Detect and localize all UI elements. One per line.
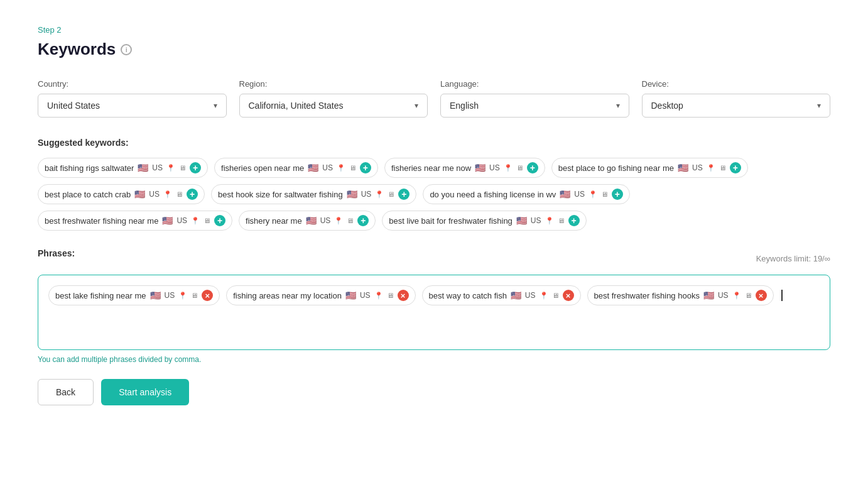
- phrase-text: best freshwater fishing hooks: [594, 291, 700, 300]
- us-label: US: [176, 216, 187, 225]
- add-keyword-icon[interactable]: +: [612, 189, 623, 200]
- location-icon: 📍: [178, 292, 187, 300]
- add-keyword-icon[interactable]: +: [360, 162, 371, 173]
- hint-text: You can add multiple phrases divided by …: [38, 355, 830, 364]
- device-label: Device:: [642, 79, 831, 89]
- suggested-keyword-chip[interactable]: bait fishing rigs saltwater 🇺🇸 US 📍 🖥 +: [38, 158, 208, 178]
- flag-icon: 🇺🇸: [678, 163, 688, 173]
- device-chevron-icon: ▾: [817, 101, 821, 110]
- country-select[interactable]: United States ▾: [38, 94, 227, 118]
- monitor-icon: 🖥: [516, 164, 523, 172]
- language-select[interactable]: English ▾: [440, 94, 629, 118]
- keyword-text: bait fishing rigs saltwater: [45, 163, 134, 173]
- us-label: US: [322, 163, 333, 172]
- keyword-text: best freshwater fishing near me: [45, 216, 158, 226]
- add-keyword-icon[interactable]: +: [398, 189, 410, 200]
- suggested-keywords-title: Suggested keywords:: [38, 138, 830, 148]
- language-filter: Language: English ▾: [440, 79, 629, 118]
- us-label: US: [489, 163, 500, 172]
- device-select[interactable]: Desktop ▾: [642, 94, 831, 118]
- back-button[interactable]: Back: [38, 379, 94, 405]
- suggested-keyword-chip[interactable]: best freshwater fishing near me 🇺🇸 US 📍 …: [38, 211, 232, 231]
- suggested-keyword-chip[interactable]: best place to go fishing near me 🇺🇸 US 📍…: [551, 158, 748, 178]
- suggested-keyword-chip[interactable]: best live bait for freshwater fishing 🇺🇸…: [382, 211, 586, 231]
- phrase-text: best lake fishing near me: [55, 291, 146, 300]
- suggested-keywords-list: bait fishing rigs saltwater 🇺🇸 US 📍 🖥 + …: [38, 158, 830, 231]
- location-icon: 📍: [589, 190, 597, 199]
- buttons-row: Back Start analysis: [38, 379, 830, 405]
- monitor-icon: 🖥: [203, 217, 210, 224]
- monitor-icon: 🖥: [745, 292, 752, 299]
- location-icon: 📍: [545, 217, 554, 225]
- location-icon: 📍: [540, 292, 548, 300]
- location-icon: 📍: [504, 164, 513, 172]
- start-analysis-button[interactable]: Start analysis: [101, 379, 189, 405]
- phrase-chip: best way to catch fish 🇺🇸 US 📍 🖥 ×: [422, 285, 581, 305]
- monitor-icon: 🖥: [601, 190, 608, 198]
- flag-icon: 🇺🇸: [306, 216, 317, 226]
- phrases-box[interactable]: best lake fishing near me 🇺🇸 US 📍 🖥 × fi…: [38, 275, 830, 350]
- us-label: US: [692, 163, 703, 172]
- keyword-text: best live bait for freshwater fishing: [389, 216, 513, 226]
- suggested-keyword-chip[interactable]: fishery near me 🇺🇸 US 📍 🖥 +: [239, 211, 376, 231]
- monitor-icon: 🖥: [191, 292, 198, 299]
- add-keyword-icon[interactable]: +: [190, 162, 201, 173]
- suggested-keyword-chip[interactable]: best place to catch crab 🇺🇸 US 📍 🖥 +: [38, 184, 205, 204]
- us-label: US: [531, 216, 541, 225]
- phrases-header: Phrases: Keywords limit: 19/∞: [38, 248, 830, 268]
- location-icon: 📍: [191, 217, 200, 225]
- remove-phrase-icon[interactable]: ×: [202, 290, 213, 301]
- add-keyword-icon[interactable]: +: [357, 215, 369, 226]
- add-keyword-icon[interactable]: +: [214, 215, 225, 226]
- keyword-text: fishery near me: [246, 216, 302, 226]
- flag-icon: 🇺🇸: [347, 189, 357, 199]
- remove-phrase-icon[interactable]: ×: [563, 290, 574, 301]
- suggested-keyword-chip[interactable]: fisheries open near me 🇺🇸 US 📍 🖥 +: [214, 158, 378, 178]
- location-icon: 📍: [374, 292, 383, 300]
- keyword-text: do you need a fishing license in wv: [430, 190, 556, 199]
- monitor-icon: 🖥: [347, 217, 354, 224]
- add-keyword-icon[interactable]: +: [187, 189, 198, 200]
- flag-icon: 🇺🇸: [560, 189, 570, 199]
- info-icon[interactable]: i: [121, 44, 132, 55]
- location-icon: 📍: [166, 164, 175, 172]
- flag-icon: 🇺🇸: [345, 290, 356, 300]
- remove-phrase-icon[interactable]: ×: [398, 290, 409, 301]
- suggested-keyword-chip[interactable]: do you need a fishing license in wv 🇺🇸 U…: [423, 184, 630, 204]
- location-icon: 📍: [707, 164, 715, 172]
- region-select[interactable]: California, United States ▾: [239, 94, 428, 118]
- location-icon: 📍: [163, 190, 172, 199]
- us-label: US: [361, 190, 372, 199]
- us-label: US: [149, 190, 160, 199]
- location-icon: 📍: [334, 217, 343, 225]
- remove-phrase-icon[interactable]: ×: [756, 290, 767, 301]
- region-chevron-icon: ▾: [415, 101, 418, 110]
- suggested-keyword-chip[interactable]: best hook size for saltwater fishing 🇺🇸 …: [211, 184, 416, 204]
- flag-icon: 🇺🇸: [138, 163, 148, 173]
- country-filter: Country: United States ▾: [38, 79, 227, 118]
- region-filter: Region: California, United States ▾: [239, 79, 428, 118]
- us-label: US: [152, 163, 163, 172]
- text-cursor: [781, 290, 783, 301]
- location-icon: 📍: [375, 190, 384, 199]
- phrase-input-cursor[interactable]: [780, 285, 784, 305]
- us-label: US: [165, 291, 175, 300]
- us-label: US: [320, 216, 331, 225]
- filters-row: Country: United States ▾ Region: Califor…: [38, 79, 830, 118]
- add-keyword-icon[interactable]: +: [568, 215, 580, 226]
- suggested-keyword-chip[interactable]: fisheries near me now 🇺🇸 US 📍 🖥 +: [384, 158, 545, 178]
- phrase-chip: best lake fishing near me 🇺🇸 US 📍 🖥 ×: [48, 285, 220, 305]
- monitor-icon: 🖥: [388, 190, 394, 198]
- add-keyword-icon[interactable]: +: [730, 162, 741, 173]
- monitor-icon: 🖥: [552, 292, 559, 299]
- monitor-icon: 🖥: [176, 190, 183, 198]
- location-icon: 📍: [337, 164, 345, 172]
- monitor-icon: 🖥: [387, 292, 394, 299]
- flag-icon: 🇺🇸: [511, 290, 521, 300]
- keyword-text: fisheries near me now: [391, 163, 471, 173]
- us-label: US: [574, 190, 585, 199]
- phrase-text: fishing areas near my location: [233, 291, 342, 300]
- location-icon: 📍: [732, 292, 741, 300]
- flag-icon: 🇺🇸: [134, 189, 145, 199]
- add-keyword-icon[interactable]: +: [527, 162, 538, 173]
